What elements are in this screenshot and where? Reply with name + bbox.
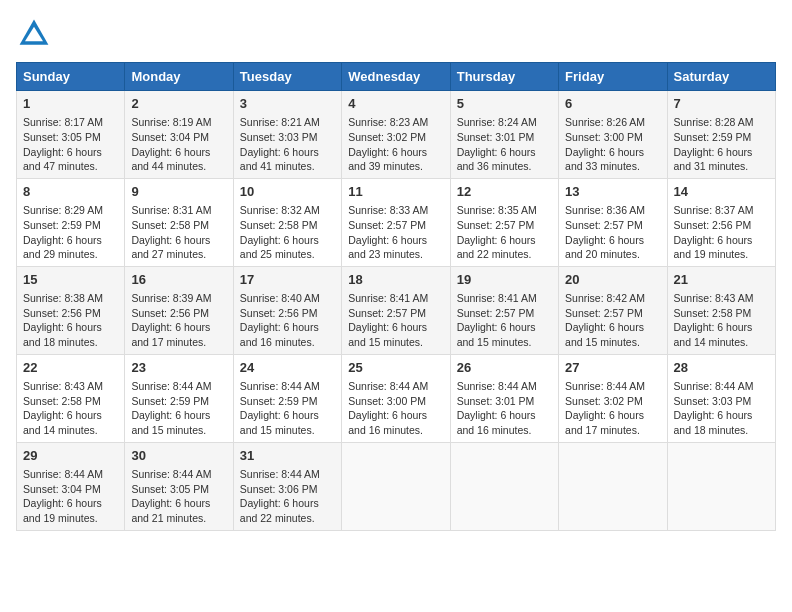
day-number: 3 [240, 95, 335, 113]
daylight: Daylight: 6 hours and 16 minutes. [348, 409, 427, 436]
sunrise: Sunrise: 8:44 AM [131, 380, 211, 392]
calendar-cell: 8Sunrise: 8:29 AMSunset: 2:59 PMDaylight… [17, 178, 125, 266]
logo [16, 16, 56, 52]
sunset: Sunset: 3:04 PM [23, 483, 101, 495]
daylight: Daylight: 6 hours and 16 minutes. [240, 321, 319, 348]
day-number: 7 [674, 95, 769, 113]
calendar-cell: 13Sunrise: 8:36 AMSunset: 2:57 PMDayligh… [559, 178, 667, 266]
daylight: Daylight: 6 hours and 23 minutes. [348, 234, 427, 261]
week-row-1: 1Sunrise: 8:17 AMSunset: 3:05 PMDaylight… [17, 91, 776, 179]
calendar-cell: 9Sunrise: 8:31 AMSunset: 2:58 PMDaylight… [125, 178, 233, 266]
calendar-cell: 12Sunrise: 8:35 AMSunset: 2:57 PMDayligh… [450, 178, 558, 266]
daylight: Daylight: 6 hours and 39 minutes. [348, 146, 427, 173]
calendar-cell: 14Sunrise: 8:37 AMSunset: 2:56 PMDayligh… [667, 178, 775, 266]
sunrise: Sunrise: 8:43 AM [23, 380, 103, 392]
sunrise: Sunrise: 8:37 AM [674, 204, 754, 216]
sunset: Sunset: 2:57 PM [565, 307, 643, 319]
weekday-header-wednesday: Wednesday [342, 63, 450, 91]
week-row-4: 22Sunrise: 8:43 AMSunset: 2:58 PMDayligh… [17, 354, 776, 442]
calendar-cell: 5Sunrise: 8:24 AMSunset: 3:01 PMDaylight… [450, 91, 558, 179]
daylight: Daylight: 6 hours and 16 minutes. [457, 409, 536, 436]
sunset: Sunset: 2:59 PM [674, 131, 752, 143]
day-number: 12 [457, 183, 552, 201]
sunset: Sunset: 3:04 PM [131, 131, 209, 143]
sunrise: Sunrise: 8:33 AM [348, 204, 428, 216]
day-number: 4 [348, 95, 443, 113]
calendar-cell: 6Sunrise: 8:26 AMSunset: 3:00 PMDaylight… [559, 91, 667, 179]
calendar-cell: 25Sunrise: 8:44 AMSunset: 3:00 PMDayligh… [342, 354, 450, 442]
daylight: Daylight: 6 hours and 17 minutes. [131, 321, 210, 348]
daylight: Daylight: 6 hours and 14 minutes. [674, 321, 753, 348]
sunset: Sunset: 2:56 PM [674, 219, 752, 231]
sunset: Sunset: 3:06 PM [240, 483, 318, 495]
calendar-cell: 27Sunrise: 8:44 AMSunset: 3:02 PMDayligh… [559, 354, 667, 442]
sunrise: Sunrise: 8:41 AM [348, 292, 428, 304]
calendar-cell: 21Sunrise: 8:43 AMSunset: 2:58 PMDayligh… [667, 266, 775, 354]
sunrise: Sunrise: 8:44 AM [674, 380, 754, 392]
calendar-cell: 1Sunrise: 8:17 AMSunset: 3:05 PMDaylight… [17, 91, 125, 179]
weekday-header-row: SundayMondayTuesdayWednesdayThursdayFrid… [17, 63, 776, 91]
sunrise: Sunrise: 8:36 AM [565, 204, 645, 216]
sunset: Sunset: 3:00 PM [348, 395, 426, 407]
sunrise: Sunrise: 8:39 AM [131, 292, 211, 304]
day-number: 1 [23, 95, 118, 113]
calendar-cell: 4Sunrise: 8:23 AMSunset: 3:02 PMDaylight… [342, 91, 450, 179]
sunrise: Sunrise: 8:31 AM [131, 204, 211, 216]
sunrise: Sunrise: 8:43 AM [674, 292, 754, 304]
sunrise: Sunrise: 8:28 AM [674, 116, 754, 128]
calendar-cell [559, 442, 667, 530]
sunset: Sunset: 2:59 PM [23, 219, 101, 231]
sunrise: Sunrise: 8:23 AM [348, 116, 428, 128]
day-number: 19 [457, 271, 552, 289]
weekday-header-thursday: Thursday [450, 63, 558, 91]
day-number: 10 [240, 183, 335, 201]
calendar-cell: 22Sunrise: 8:43 AMSunset: 2:58 PMDayligh… [17, 354, 125, 442]
sunset: Sunset: 2:58 PM [23, 395, 101, 407]
sunset: Sunset: 3:03 PM [674, 395, 752, 407]
sunrise: Sunrise: 8:44 AM [240, 468, 320, 480]
sunset: Sunset: 2:58 PM [240, 219, 318, 231]
sunset: Sunset: 2:57 PM [348, 219, 426, 231]
day-number: 20 [565, 271, 660, 289]
sunset: Sunset: 2:58 PM [674, 307, 752, 319]
calendar-cell: 17Sunrise: 8:40 AMSunset: 2:56 PMDayligh… [233, 266, 341, 354]
calendar-cell: 29Sunrise: 8:44 AMSunset: 3:04 PMDayligh… [17, 442, 125, 530]
daylight: Daylight: 6 hours and 17 minutes. [565, 409, 644, 436]
sunset: Sunset: 3:00 PM [565, 131, 643, 143]
sunrise: Sunrise: 8:21 AM [240, 116, 320, 128]
day-number: 5 [457, 95, 552, 113]
calendar-cell: 11Sunrise: 8:33 AMSunset: 2:57 PMDayligh… [342, 178, 450, 266]
sunrise: Sunrise: 8:19 AM [131, 116, 211, 128]
calendar-cell: 31Sunrise: 8:44 AMSunset: 3:06 PMDayligh… [233, 442, 341, 530]
day-number: 25 [348, 359, 443, 377]
daylight: Daylight: 6 hours and 25 minutes. [240, 234, 319, 261]
sunset: Sunset: 3:03 PM [240, 131, 318, 143]
day-number: 30 [131, 447, 226, 465]
calendar-cell: 26Sunrise: 8:44 AMSunset: 3:01 PMDayligh… [450, 354, 558, 442]
sunset: Sunset: 3:05 PM [131, 483, 209, 495]
logo-icon [16, 16, 52, 52]
sunset: Sunset: 3:01 PM [457, 131, 535, 143]
day-number: 6 [565, 95, 660, 113]
daylight: Daylight: 6 hours and 20 minutes. [565, 234, 644, 261]
weekday-header-sunday: Sunday [17, 63, 125, 91]
day-number: 23 [131, 359, 226, 377]
day-number: 14 [674, 183, 769, 201]
daylight: Daylight: 6 hours and 18 minutes. [674, 409, 753, 436]
calendar-table: SundayMondayTuesdayWednesdayThursdayFrid… [16, 62, 776, 531]
calendar-cell: 7Sunrise: 8:28 AMSunset: 2:59 PMDaylight… [667, 91, 775, 179]
day-number: 13 [565, 183, 660, 201]
sunset: Sunset: 3:01 PM [457, 395, 535, 407]
sunrise: Sunrise: 8:38 AM [23, 292, 103, 304]
day-number: 24 [240, 359, 335, 377]
daylight: Daylight: 6 hours and 36 minutes. [457, 146, 536, 173]
sunrise: Sunrise: 8:32 AM [240, 204, 320, 216]
daylight: Daylight: 6 hours and 22 minutes. [240, 497, 319, 524]
sunrise: Sunrise: 8:44 AM [348, 380, 428, 392]
sunrise: Sunrise: 8:35 AM [457, 204, 537, 216]
day-number: 11 [348, 183, 443, 201]
sunset: Sunset: 2:57 PM [348, 307, 426, 319]
sunset: Sunset: 2:58 PM [131, 219, 209, 231]
calendar-cell [667, 442, 775, 530]
day-number: 18 [348, 271, 443, 289]
